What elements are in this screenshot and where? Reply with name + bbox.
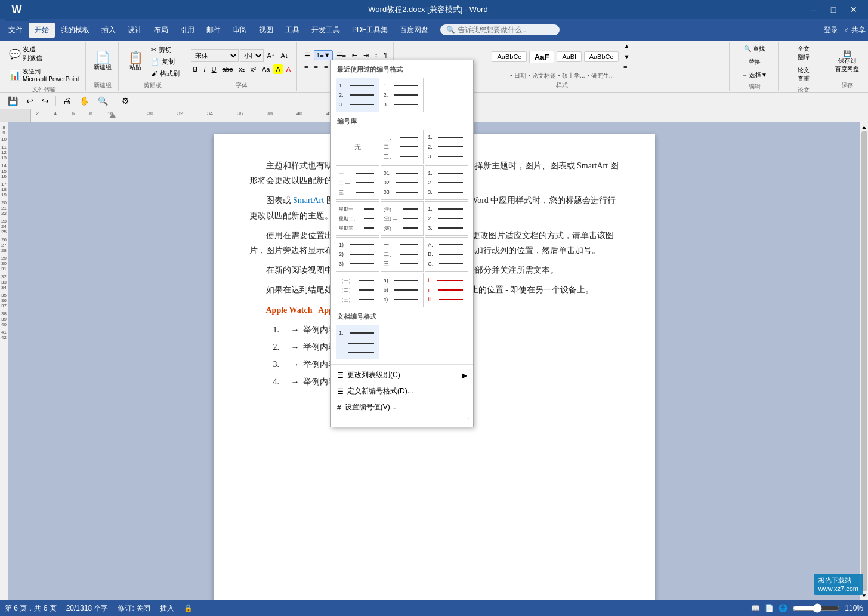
redo-toolbar-button[interactable]: ↪ — [39, 94, 52, 107]
undo-toolbar-button[interactable]: ↩ — [23, 94, 36, 107]
send-ppt-button[interactable]: 📊发送到Microsoft PowerPoint — [6, 66, 82, 84]
set-numbering-value-item[interactable]: # 设置编号值(V)... — [331, 399, 473, 415]
library-abc-lower-paren[interactable]: a) b) c) — [381, 273, 424, 307]
bold-button[interactable]: B — [191, 64, 200, 74]
library-full-paren-chinese[interactable]: （一） （二） （三） — [336, 273, 379, 307]
print-preview-button[interactable]: 🖨 — [60, 94, 74, 107]
library-zero-numbered[interactable]: 01 02 03 — [381, 165, 424, 200]
menu-item-design[interactable]: 设计 — [122, 23, 148, 38]
menu-item-file[interactable]: 文件 — [2, 23, 29, 38]
menu-item-view[interactable]: 视图 — [253, 23, 279, 38]
library-none[interactable]: 无 — [336, 130, 379, 164]
touch-button[interactable]: ✋ — [76, 94, 92, 107]
library-chinese-bracket[interactable]: (子) — (丑) — (寅) — — [381, 201, 424, 236]
highlight-button[interactable]: A — [273, 64, 282, 74]
style-heading1[interactable]: AaF — [529, 51, 555, 63]
library-roman-lower[interactable]: i. ii. iii. — [425, 273, 468, 307]
copy-button[interactable]: 📄 复制 — [149, 56, 181, 67]
font-color-button[interactable]: A — [284, 64, 293, 74]
doc-format-item-1[interactable]: 1. — [336, 325, 379, 359]
share-button[interactable]: ♂ 共享 — [844, 25, 866, 35]
font-grow-button[interactable]: A↑ — [265, 51, 277, 60]
menu-item-pdf[interactable]: PDF工具集 — [346, 23, 394, 38]
library-paren-num[interactable]: 1) 2) 3) — [336, 237, 379, 272]
select-button[interactable]: → 选择▼ — [739, 69, 770, 81]
library-numbered2[interactable]: 1. 2. 3. — [425, 165, 468, 200]
menu-item-references[interactable]: 引用 — [174, 23, 200, 38]
view-read-button[interactable]: 📖 — [751, 604, 760, 612]
styles-expand[interactable]: ≡ — [621, 63, 632, 70]
menu-item-template[interactable]: 我的模板 — [55, 23, 95, 38]
login-button[interactable]: 登录 — [824, 25, 838, 35]
full-translate-button[interactable]: 全文翻译 — [794, 43, 813, 63]
save-toolbar-button[interactable]: 💾 — [5, 94, 21, 107]
numbering-button[interactable]: 1≡▼ — [314, 50, 332, 60]
menu-item-review[interactable]: 审阅 — [227, 23, 253, 38]
font-family-select[interactable]: 宋体 — [191, 49, 239, 62]
search-input[interactable] — [458, 26, 553, 34]
library-dashed[interactable]: 一 — 二 — 三 — — [336, 165, 379, 200]
library-weekday[interactable]: 星期一、 星期二、 星期三、 — [336, 201, 379, 236]
find-button[interactable]: 🔍 查找 — [741, 43, 768, 55]
library-chinese-comma2[interactable]: 一、 二、 三、 — [381, 237, 424, 272]
close-button[interactable]: ✕ — [844, 4, 863, 16]
library-chinese-comma[interactable]: 一、 二、 三、 — [381, 130, 424, 164]
styles-scroll-down[interactable]: ▼ — [621, 52, 632, 61]
style-other[interactable]: AaBbCc — [584, 51, 619, 62]
zoom-slider[interactable] — [792, 603, 840, 613]
clear-format-button[interactable]: Aa — [260, 64, 272, 74]
superscript-button[interactable]: x² — [248, 64, 258, 74]
align-right-button[interactable]: ≡ — [322, 63, 330, 73]
menu-item-baidu[interactable]: 百度网盘 — [394, 23, 434, 38]
style-heading2[interactable]: AaBl — [557, 51, 581, 62]
font-shrink-button[interactable]: A↓ — [278, 51, 291, 60]
library-uppercase-abc[interactable]: A. B. C. — [425, 237, 468, 272]
menu-item-mail[interactable]: 邮件 — [200, 23, 227, 38]
custom-button[interactable]: ⚙ — [119, 94, 132, 107]
align-left-button[interactable]: ≡ — [302, 63, 310, 73]
save-baidu-button[interactable]: 💾保存到百度网盘 — [832, 48, 862, 75]
recent-item-2[interactable]: 1. 2. 3. — [381, 78, 424, 112]
restore-button[interactable]: □ — [824, 4, 843, 16]
ruler-indent-marker[interactable] — [110, 113, 116, 118]
multilevel-button[interactable]: ☰≡ — [334, 50, 348, 60]
bullets-button[interactable]: ☰ — [302, 50, 313, 60]
italic-button[interactable]: I — [202, 64, 208, 74]
send-wechat-button[interactable]: 💬发送到微信 — [6, 43, 45, 64]
align-center-button[interactable]: ≡ — [312, 63, 320, 73]
paper-button[interactable]: 论文查重 — [794, 64, 813, 85]
menu-item-developer[interactable]: 开发工具 — [305, 23, 346, 38]
sort-button[interactable]: ↕ — [372, 50, 381, 60]
library-abc[interactable]: 1. 2. 3. — [425, 201, 468, 236]
decrease-indent-button[interactable]: ⇤ — [350, 50, 360, 60]
style-normal[interactable]: AaBbCc — [492, 51, 526, 62]
zoom-button[interactable]: 🔍 — [95, 94, 111, 107]
cut-button[interactable]: ✂ 剪切 — [149, 44, 181, 56]
new-file-button[interactable]: 📄 新建组 — [91, 50, 115, 73]
ribbon-group-save: 💾保存到百度网盘 保存 — [829, 42, 866, 91]
styles-scroll-up[interactable]: ▲ — [621, 43, 632, 51]
menu-item-tools[interactable]: 工具 — [279, 23, 305, 38]
strikethrough-button[interactable]: abc — [220, 64, 236, 74]
view-layout-button[interactable]: 📄 — [765, 604, 774, 612]
define-new-format-item[interactable]: ☰ 定义新编号格式(D)... — [331, 383, 473, 399]
font-size-select[interactable]: 小四 — [240, 49, 264, 62]
show-formatting-button[interactable]: ¶ — [381, 50, 390, 60]
view-web-button[interactable]: 🌐 — [779, 604, 787, 612]
scroll-up-button[interactable]: ▲ — [861, 124, 867, 130]
replace-button[interactable]: 替换 — [745, 56, 764, 68]
underline-button[interactable]: U — [209, 64, 219, 74]
menu-item-layout[interactable]: 布局 — [148, 23, 174, 38]
scroll-thumb[interactable] — [861, 131, 867, 591]
paste-button[interactable]: 📋 粘贴 — [123, 50, 147, 73]
vertical-scrollbar[interactable]: ▲ ▼ — [860, 122, 868, 600]
increase-indent-button[interactable]: ⇥ — [361, 50, 371, 60]
menu-item-insert[interactable]: 插入 — [95, 23, 122, 38]
menu-item-home[interactable]: 开始 — [29, 23, 55, 38]
subscript-button[interactable]: x₂ — [236, 64, 247, 75]
recent-item-1[interactable]: 1. 2. 3. — [336, 78, 379, 112]
library-numbered-dot[interactable]: 1. 2. 3. — [425, 130, 468, 164]
format-painter-button[interactable]: 🖌 格式刷 — [149, 68, 181, 79]
minimize-button[interactable]: ─ — [804, 4, 823, 16]
change-list-level-item[interactable]: ☰ 更改列表级别(C) ▶ — [331, 367, 473, 383]
